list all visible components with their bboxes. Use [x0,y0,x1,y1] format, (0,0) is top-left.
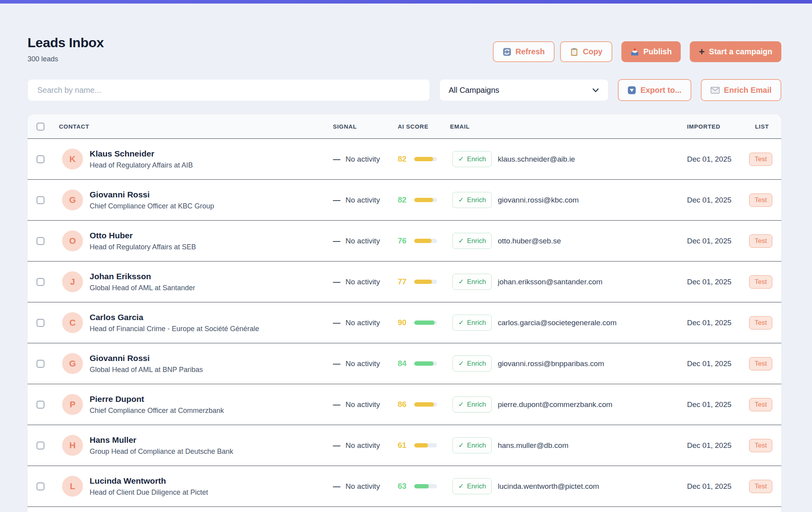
list-badge[interactable]: Test [749,480,772,493]
ai-score-value: 82 [398,195,411,204]
contact-title: Head of Regulatory Affairs at AIB [90,161,193,170]
contact-name[interactable]: Lucinda Wentworth [90,476,208,486]
enrich-email-label: Enrich Email [724,86,772,95]
toolbar: Refresh Copy Publish + Start a campaign [493,41,782,62]
lead-count: 300 leads [28,55,104,63]
check-icon: ✓ [458,237,464,245]
signal-text: No activity [345,196,380,204]
ai-score-value: 90 [398,318,411,327]
contact-name[interactable]: Carlos Garcia [90,312,259,322]
top-accent-bar [0,0,812,4]
signal-dash-icon: — [333,155,340,164]
list-badge[interactable]: Test [749,439,772,452]
enrich-button[interactable]: ✓ Enrich [452,151,492,167]
row-checkbox[interactable] [37,155,44,163]
table-body: K Klaus Schneider Head of Regulatory Aff… [28,139,781,507]
table-row: H Hans Muller Group Head of Compliance a… [28,425,781,466]
email-text[interactable]: pierre.dupont@commerzbank.com [498,400,612,409]
contact-title: Global Head of AML at BNP Paribas [90,365,203,374]
list-badge[interactable]: Test [749,357,772,370]
contact-name[interactable]: Giovanni Rossi [90,353,203,363]
list-badge[interactable]: Test [749,234,772,248]
publish-button[interactable]: Publish [621,41,681,62]
enrich-button[interactable]: ✓ Enrich [452,233,492,249]
row-checkbox[interactable] [37,401,44,409]
campaign-select-value: All Campaigns [448,86,499,95]
export-button[interactable]: Export to... [618,79,691,101]
row-checkbox[interactable] [37,319,44,327]
row-checkbox[interactable] [37,483,44,490]
table-row: J Johan Eriksson Global Head of AML at S… [28,262,781,302]
enrich-label: Enrich [467,360,486,368]
ai-score-bar [414,361,437,366]
enrich-label: Enrich [467,155,486,163]
row-checkbox[interactable] [37,237,44,245]
copy-label: Copy [583,47,603,56]
contact-name[interactable]: Johan Eriksson [90,271,195,282]
refresh-button[interactable]: Refresh [493,41,555,62]
start-campaign-button[interactable]: + Start a campaign [690,41,781,62]
enrich-button[interactable]: ✓ Enrich [452,437,492,453]
signal-dash-icon: — [333,319,340,327]
table-row: C Carlos Garcia Head of Financial Crime … [28,302,781,343]
enrich-label: Enrich [467,237,486,245]
contact-title: Global Head of AML at Santander [90,284,195,293]
start-campaign-label: Start a campaign [709,47,772,56]
search-input[interactable] [28,79,430,101]
email-text[interactable]: hans.muller@db.com [498,441,568,450]
list-badge[interactable]: Test [749,398,772,411]
email-text[interactable]: johan.eriksson@santander.com [498,278,602,286]
campaign-select[interactable]: All Campaigns [439,79,608,101]
enrich-button[interactable]: ✓ Enrich [452,355,492,372]
signal-text: No activity [345,155,380,164]
row-checkbox[interactable] [37,442,44,449]
email-text[interactable]: otto.huber@seb.se [498,237,561,245]
ai-score-bar [414,320,437,325]
signal-text: No activity [345,482,380,491]
refresh-icon [503,48,511,56]
contact-title: Group Head of Compliance at Deutsche Ban… [90,447,233,456]
imported-date: Dec 01, 2025 [687,359,731,368]
table-row: L Lucinda Wentworth Head of Client Due D… [28,466,781,507]
column-header-imported: IMPORTED [680,123,743,130]
outbox-tray-icon [630,48,639,56]
enrich-button[interactable]: ✓ Enrich [452,192,492,208]
list-badge[interactable]: Test [749,275,772,289]
list-badge[interactable]: Test [749,316,772,330]
enrich-button[interactable]: ✓ Enrich [452,274,492,290]
contact-name[interactable]: Klaus Schneider [90,149,193,159]
email-text[interactable]: klaus.schneider@aib.ie [498,155,575,164]
page-header: Leads Inbox 300 leads Refresh Copy Pub [28,35,781,63]
select-all-checkbox[interactable] [37,123,44,131]
copy-button[interactable]: Copy [560,41,612,62]
list-badge[interactable]: Test [749,193,772,207]
imported-date: Dec 01, 2025 [687,441,731,449]
email-text[interactable]: carlos.garcia@societegenerale.com [498,319,616,327]
contact-name[interactable]: Otto Huber [90,230,196,241]
signal-dash-icon: — [333,196,340,204]
avatar: O [62,230,83,251]
enrich-button[interactable]: ✓ Enrich [452,478,492,494]
table-row: K Klaus Schneider Head of Regulatory Aff… [28,139,781,180]
contact-name[interactable]: Pierre Dupont [90,394,224,404]
contact-name[interactable]: Giovanni Rossi [90,190,214,200]
ai-score-bar-fill [414,239,432,243]
enrich-button[interactable]: ✓ Enrich [452,396,492,413]
ai-score-bar-fill [414,198,433,202]
row-checkbox[interactable] [37,278,44,286]
row-checkbox[interactable] [37,360,44,368]
list-badge[interactable]: Test [749,153,772,166]
contact-name[interactable]: Hans Muller [90,435,233,445]
ai-score-bar [414,198,437,202]
email-text[interactable]: lucinda.wentworth@pictet.com [498,482,599,491]
imported-date: Dec 01, 2025 [687,278,731,286]
email-text[interactable]: giovanni.rossi@bnpparibas.com [498,359,604,368]
row-checkbox[interactable] [37,196,44,204]
ai-score-bar-fill [414,402,434,407]
enrich-button[interactable]: ✓ Enrich [452,315,492,331]
avatar: L [62,476,83,497]
email-text[interactable]: giovanni.rossi@kbc.com [498,196,579,204]
ai-score-value: 61 [398,441,411,450]
enrich-email-button[interactable]: Enrich Email [701,79,781,101]
clipboard-icon [570,48,579,56]
